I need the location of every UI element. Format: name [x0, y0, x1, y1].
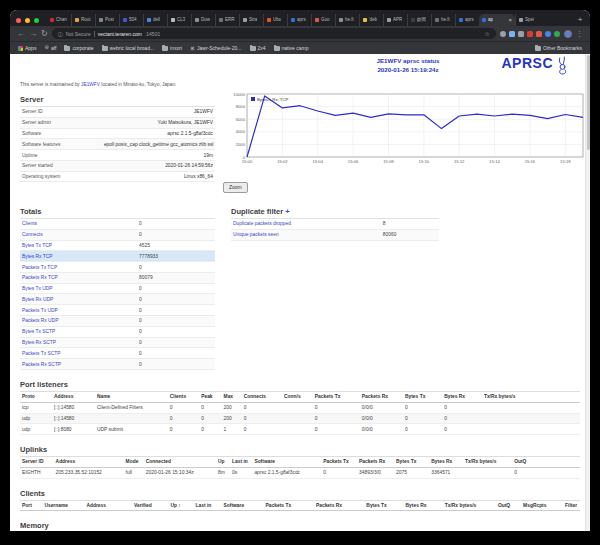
bookmark-label: native camp [282, 45, 309, 51]
cell[interactable]: Packets Tx TCP [20, 262, 137, 273]
extension-icon[interactable] [527, 31, 533, 37]
browser-tab[interactable]: 'deb [359, 14, 383, 26]
browser-tab[interactable]: APR [383, 14, 407, 26]
scrollbar-thumb[interactable] [587, 55, 590, 150]
extension-icon[interactable] [536, 31, 542, 37]
maintained-callsign-link[interactable]: JE1WFV [81, 82, 100, 87]
cell: 0 [403, 424, 442, 435]
bookmark-item[interactable]: KJawr-Schedule-20... [190, 45, 241, 51]
column-header: Last in [230, 457, 252, 468]
table-row: Operating systemLinux x86_64 [20, 171, 215, 182]
minimize-window-button[interactable] [25, 18, 30, 23]
maintained-suffix: located in Minato-ku, Tokyo, Japan. [101, 82, 176, 87]
browser-tab[interactable]: Chan [47, 14, 71, 26]
cell[interactable]: Clients [20, 219, 137, 230]
new-tab-button[interactable]: + [574, 14, 586, 26]
fullscreen-window-button[interactable] [34, 18, 39, 23]
cell: 0 [137, 294, 215, 305]
address-bar[interactable]: ⓘ Not Secure vectant.teraren.com :14501 … [52, 28, 496, 39]
svg-text:15:14: 15:14 [489, 159, 500, 164]
bookmark-item[interactable]: corporate [64, 45, 93, 51]
cell[interactable]: Bytes Tx UDP [20, 283, 137, 294]
other-bookmarks-label: Other Bookmarks [543, 45, 582, 51]
bookmark-item[interactable]: Apps [18, 45, 36, 51]
reload-icon[interactable]: ↻ [41, 30, 48, 38]
browser-tab[interactable]: Spei [515, 14, 539, 26]
info-icon[interactable]: ⓘ [58, 31, 63, 37]
cell[interactable]: Bytes Rx TCP [20, 251, 137, 262]
browser-tab[interactable]: 静岡 [407, 14, 431, 26]
cell[interactable]: Unique packets seen [231, 229, 381, 240]
cell[interactable]: Duplicate packets dropped [231, 219, 381, 230]
cell[interactable]: 34893/3/0 [357, 467, 394, 478]
svg-text:15:10: 15:10 [419, 159, 430, 164]
browser-tab[interactable]: Ubu [263, 14, 287, 26]
browser-tab[interactable]: ERR [215, 14, 239, 26]
duplicate-filter-expand-link[interactable]: + [285, 207, 289, 216]
bookmark-item[interactable]: 2x4 [250, 45, 266, 51]
back-icon[interactable]: ← [17, 30, 25, 38]
browser-tab[interactable]: Rout [71, 14, 95, 26]
cell[interactable]: 205.233.35.52:10152 [54, 467, 124, 478]
traffic-chart[interactable]: 020004000600080001000015:0015:0215:0415:… [223, 91, 589, 171]
browser-tab[interactable]: Stra [239, 14, 263, 26]
tab-close-icon[interactable]: × [508, 17, 512, 23]
cell: 80060 [381, 229, 439, 240]
other-bookmarks[interactable]: Other Bookmarks [535, 45, 582, 51]
profile-avatar[interactable] [564, 30, 572, 38]
extension-icon[interactable] [509, 31, 515, 37]
bookmark-star-icon[interactable]: ☆ [485, 30, 490, 37]
port-listeners-heading: Port listeners [20, 380, 580, 389]
bookmark-item[interactable]: native camp [274, 45, 309, 51]
browser-tab[interactable]: Dow [191, 14, 215, 26]
maintained-by-line: This server is maintained by JE1WFV loca… [20, 82, 580, 87]
extension-icon[interactable] [500, 31, 506, 37]
tab-title: ERR [225, 17, 235, 22]
aprsc-logo-text: APRSC [501, 56, 553, 71]
bookmark-item[interactable]: inxori [162, 45, 182, 51]
cell[interactable]: Bytes Tx TCP [20, 240, 137, 251]
browser-tab[interactable]: he.fi [335, 14, 359, 26]
browser-tab[interactable]: Post [95, 14, 119, 26]
browser-tab[interactable]: 504 [119, 14, 143, 26]
totals-section: Totals Clients0Connects0Bytes Tx TCP4525… [20, 203, 215, 370]
tab-favicon [75, 18, 79, 22]
status-title: JE1WFV aprsc status [320, 57, 496, 66]
cell[interactable]: Connects [20, 229, 137, 240]
forward-icon[interactable]: → [29, 30, 37, 38]
scrollbar[interactable] [585, 54, 590, 531]
browser-tab[interactable]: dell [143, 14, 167, 26]
cell[interactable]: Packets Rx SCTP [20, 359, 137, 370]
cell: 80079 [137, 272, 215, 283]
tab-favicon [267, 18, 271, 22]
browser-tab[interactable]: Goo [311, 14, 335, 26]
bookmark-item[interactable]: webric local broad... [102, 45, 154, 51]
divider [94, 31, 95, 37]
browser-tab[interactable]: aprs [455, 14, 479, 26]
cell[interactable]: Packets Tx UDP [20, 305, 137, 316]
cell[interactable]: Packets Tx SCTP [20, 348, 137, 359]
cell: Server admin [20, 117, 102, 128]
tab-title: Goo [321, 17, 330, 22]
cell[interactable]: Bytes Rx SCTP [20, 337, 137, 348]
cell[interactable]: Bytes Rx UDP [20, 294, 137, 305]
uplinks-table: Server IDAddressModeConnectedUpLast inSo… [20, 456, 580, 479]
browser-tab-active[interactable]: ap× [479, 14, 515, 26]
chart-zoom-button[interactable]: Zoom [223, 182, 248, 193]
extension-icon[interactable] [518, 31, 524, 37]
column-header: Name [95, 391, 168, 402]
bookmark-item[interactable]: ⊕aff [44, 45, 56, 51]
browser-tab[interactable]: CL3 [167, 14, 191, 26]
close-window-button[interactable] [16, 18, 21, 23]
extension-icon[interactable] [545, 31, 551, 37]
browser-tab[interactable]: he.fi [431, 14, 455, 26]
cell: 0 [242, 402, 282, 413]
browser-tab[interactable]: aprs [287, 14, 311, 26]
cell[interactable]: Packets Rx UDP [20, 316, 137, 327]
extension-icon[interactable] [554, 31, 560, 37]
menu-icon[interactable]: ⋮ [576, 30, 583, 38]
cell[interactable]: Packets Rx TCP [20, 272, 137, 283]
port-listeners-table: ProtoAddressNameClientsPeakMaxConnectsCo… [20, 391, 580, 435]
cell: [::]:14580 [52, 402, 95, 413]
cell[interactable]: Bytes Tx SCTP [20, 326, 137, 337]
